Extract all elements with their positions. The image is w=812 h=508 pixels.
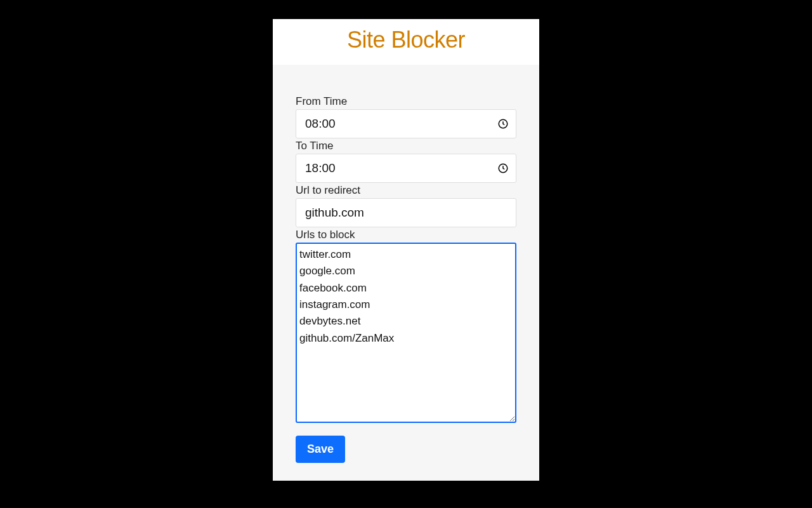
redirect-url-input-wrap (296, 198, 516, 227)
to-time-label: To Time (296, 140, 516, 152)
save-button[interactable]: Save (296, 436, 345, 463)
page-title: Site Blocker (273, 27, 539, 53)
to-time-input-wrap (296, 154, 516, 183)
redirect-url-group: Url to redirect (296, 184, 516, 227)
header: Site Blocker (273, 19, 539, 65)
from-time-input-wrap (296, 109, 516, 138)
redirect-url-input[interactable] (296, 198, 516, 227)
block-urls-label: Urls to block (296, 229, 516, 241)
from-time-group: From Time (296, 95, 516, 138)
from-time-label: From Time (296, 95, 516, 108)
block-urls-group: Urls to block (296, 229, 516, 425)
redirect-url-label: Url to redirect (296, 184, 516, 197)
app-window: Site Blocker From Time To Time (273, 19, 539, 481)
form-body: From Time To Time (273, 65, 539, 481)
block-urls-textarea[interactable] (296, 243, 516, 423)
to-time-input[interactable] (296, 154, 516, 183)
from-time-input[interactable] (296, 109, 516, 138)
to-time-group: To Time (296, 140, 516, 183)
